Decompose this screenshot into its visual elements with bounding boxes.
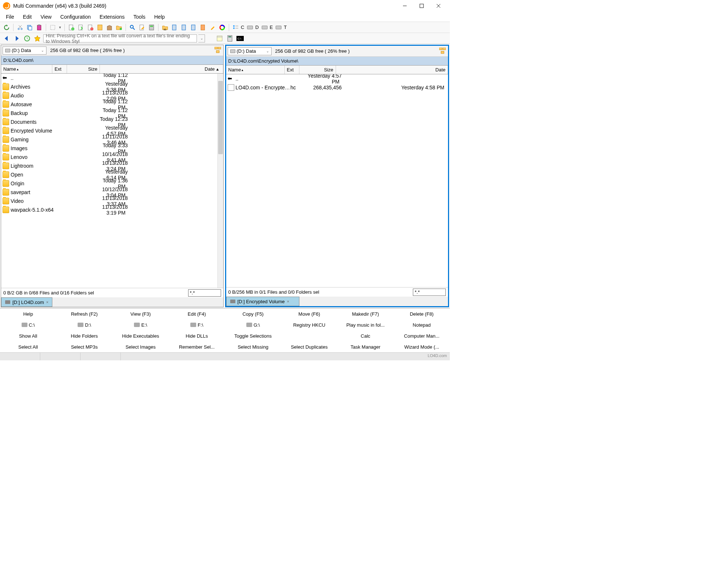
right-header-name[interactable]: Name▴ xyxy=(226,66,285,74)
history-button[interactable] xyxy=(23,34,31,43)
bottom-button[interactable]: Wizard Mode (... xyxy=(393,343,450,351)
right-header-date[interactable]: Date xyxy=(336,66,448,74)
close-button[interactable] xyxy=(430,0,447,12)
bottom-button[interactable]: Copy (F5) xyxy=(225,310,281,318)
new-folder-icon[interactable] xyxy=(115,23,123,32)
bottom-button[interactable]: Remember Sel... xyxy=(169,343,225,351)
menu-file[interactable]: File xyxy=(1,12,19,21)
bottom-button[interactable]: F:\ xyxy=(169,321,225,329)
up-row[interactable]: ⬅ .. Yesterday 4:57 PM xyxy=(226,74,448,83)
export-file-icon[interactable] xyxy=(76,23,85,32)
copy-icon[interactable] xyxy=(25,23,34,32)
hint-dropdown[interactable]: ⌄ xyxy=(198,34,205,42)
brush-icon[interactable] xyxy=(208,23,217,32)
left-header-date[interactable]: Date▴ xyxy=(100,65,223,73)
minimize-button[interactable] xyxy=(396,0,413,12)
menu-extensions[interactable]: Extensions xyxy=(95,12,129,21)
color-wheel-icon[interactable] xyxy=(218,23,227,32)
new-file-icon[interactable]: + xyxy=(67,23,76,32)
bottom-button[interactable]: Hide Folders xyxy=(56,332,113,340)
kb-icon[interactable]: kb xyxy=(161,23,169,32)
left-file-list[interactable]: ⬅ .. Today 1:12 PM Archives Yesterday 5:… xyxy=(1,74,223,288)
left-header-size[interactable]: Size xyxy=(67,65,100,73)
bottom-button[interactable]: Select Images xyxy=(112,343,169,351)
bottom-button[interactable]: Delete (F8) xyxy=(393,310,450,318)
right-filter-input[interactable]: *.* xyxy=(413,289,446,296)
bottom-button[interactable]: Edit (F4) xyxy=(169,310,225,318)
right-header-size[interactable]: Size xyxy=(299,66,336,74)
search-icon[interactable] xyxy=(128,23,137,32)
bottom-button[interactable]: G:\ xyxy=(225,321,281,329)
drive-t-label[interactable]: T xyxy=(284,25,287,30)
bottom-button[interactable]: View (F3) xyxy=(112,310,169,318)
properties-icon[interactable] xyxy=(96,23,104,32)
hint-box[interactable]: Hint: Pressing Ctrl+K on a text file wil… xyxy=(43,34,197,42)
package-icon[interactable] xyxy=(105,23,114,32)
bottom-button[interactable]: D:\ xyxy=(56,321,113,329)
left-path-bar[interactable]: D:\LO4D.com\ xyxy=(1,56,223,65)
right-file-list[interactable]: ⬅ .. Yesterday 4:57 PM LO4D.com - Encryp… xyxy=(226,74,448,287)
left-drive-selector[interactable]: (D:) Data ⌄ xyxy=(3,47,46,55)
bottom-button[interactable]: Toggle Selections xyxy=(225,332,281,340)
bottom-button[interactable]: C:\ xyxy=(0,321,56,329)
doc3-icon[interactable] xyxy=(189,23,198,32)
doc4-icon[interactable] xyxy=(199,23,208,32)
bottom-button[interactable]: Calc xyxy=(337,332,394,340)
bottom-button[interactable]: Task Manager xyxy=(337,343,394,351)
file-row[interactable]: LO4D.com - Encrypted Vol... hc 268,435,4… xyxy=(226,83,448,92)
bottom-button[interactable]: Help xyxy=(0,310,56,318)
bottom-button[interactable]: Select Duplicates xyxy=(281,343,337,351)
right-tab[interactable]: [D:] Encrypted Volume × xyxy=(226,297,299,306)
tab-close-icon[interactable]: × xyxy=(46,300,48,304)
file-row[interactable]: wavpack-5.1.0-x64 11/13/2018 3:19 PM xyxy=(1,205,223,214)
bottom-button[interactable]: Move (F6) xyxy=(281,310,337,318)
bottom-button[interactable]: E:\ xyxy=(112,321,169,329)
bottom-button[interactable]: Refresh (F2) xyxy=(56,310,113,318)
bottom-button[interactable]: Select MP3s xyxy=(56,343,113,351)
bottom-button[interactable]: Makedir (F7) xyxy=(337,310,394,318)
bottom-button[interactable]: Notepad xyxy=(393,321,450,329)
doc1-icon[interactable] xyxy=(170,23,179,32)
notepad-icon[interactable] xyxy=(215,34,224,43)
menu-edit[interactable]: Edit xyxy=(19,12,36,21)
left-filter-input[interactable]: *.* xyxy=(188,289,221,297)
bottom-button[interactable]: Hide Executables xyxy=(112,332,169,340)
scrollbar[interactable] xyxy=(217,74,223,288)
right-tree-icon[interactable] xyxy=(439,48,447,55)
right-path-bar[interactable]: D:\LO4D.com\Encrypted Volume\ xyxy=(226,57,448,66)
drive-d-icon[interactable] xyxy=(246,23,254,32)
bottom-button[interactable]: Play music in fol... xyxy=(337,321,394,329)
menu-configuration[interactable]: Configuration xyxy=(56,12,95,21)
doc2-icon[interactable] xyxy=(180,23,188,32)
select-icon[interactable] xyxy=(48,23,57,32)
left-tree-icon[interactable] xyxy=(214,47,222,54)
left-tab[interactable]: [D:] LO4D.com × xyxy=(1,297,52,307)
drive-t-icon[interactable] xyxy=(274,23,283,32)
bottom-button[interactable]: Registry HKCU xyxy=(281,321,337,329)
left-header-ext[interactable]: Ext xyxy=(52,65,67,73)
bottom-button[interactable]: Hide DLLs xyxy=(169,332,225,340)
refresh-icon[interactable] xyxy=(2,23,11,32)
forward-button[interactable] xyxy=(12,34,21,43)
back-button[interactable] xyxy=(2,34,11,43)
right-drive-selector[interactable]: (D:) Data ⌄ xyxy=(228,47,272,55)
bottom-button[interactable]: Select Missing xyxy=(225,343,281,351)
tab-close-icon[interactable]: × xyxy=(287,299,289,304)
drive-d-label[interactable]: D xyxy=(255,25,259,30)
calculator-icon[interactable] xyxy=(147,23,156,32)
bottom-button[interactable]: Select All xyxy=(0,343,56,351)
view-mode-icon[interactable] xyxy=(231,23,240,32)
menu-view[interactable]: View xyxy=(36,12,56,21)
delete-file-icon[interactable] xyxy=(86,23,95,32)
favorites-button[interactable] xyxy=(33,34,42,43)
bottom-button[interactable]: Computer Man... xyxy=(393,332,450,340)
dropdown-icon[interactable]: ▼ xyxy=(58,23,62,32)
menu-help[interactable]: Help xyxy=(150,12,169,21)
paste-icon[interactable] xyxy=(35,23,44,32)
drive-c-label[interactable]: C xyxy=(241,25,245,30)
calc-icon[interactable] xyxy=(225,34,234,43)
cut-icon[interactable] xyxy=(16,23,25,32)
menu-tools[interactable]: Tools xyxy=(129,12,150,21)
right-header-ext[interactable]: Ext xyxy=(285,66,299,74)
drive-e-label[interactable]: E xyxy=(270,25,274,30)
